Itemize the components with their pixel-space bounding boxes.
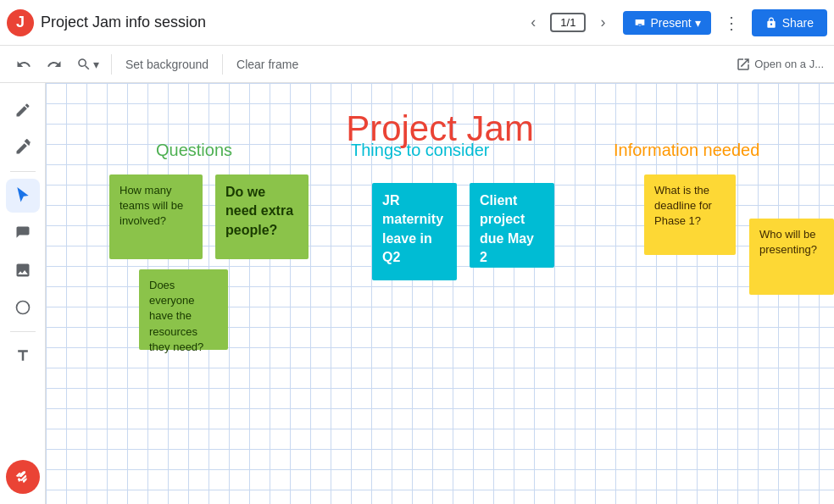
sticky-resources[interactable]: Does everyone have the resources they ne…	[139, 269, 228, 350]
redo-button[interactable]	[41, 51, 68, 78]
more-options-button[interactable]: ⋮	[718, 9, 745, 36]
document-title: Project Jam info session	[41, 14, 513, 31]
circle-icon	[14, 299, 31, 316]
sticky-deadline-phase1[interactable]: What is the deadline for Phase 1?	[644, 174, 736, 255]
app-logo: J	[7, 9, 34, 36]
redo-icon	[47, 57, 62, 72]
page-indicator: 1/1	[550, 13, 586, 32]
zoom-icon	[76, 57, 92, 72]
page-label: 1/1	[560, 16, 575, 29]
sticky-how-many-teams[interactable]: How many teams will be involved?	[109, 174, 203, 259]
text-icon	[14, 347, 31, 364]
sticky-client-project[interactable]: Client project due May 2	[470, 183, 554, 268]
note-tool-button[interactable]	[6, 216, 40, 250]
present-chevron: ▾	[695, 16, 701, 30]
circle-tool-button[interactable]	[6, 291, 40, 324]
sidebar-sep-2	[10, 331, 36, 332]
note-icon	[14, 224, 31, 241]
toolbar-divider-1	[111, 54, 112, 75]
rocket-button[interactable]	[6, 460, 40, 494]
present-button[interactable]: Present ▾	[623, 11, 710, 35]
svg-point-0	[16, 302, 29, 314]
select-tool-button[interactable]	[6, 179, 40, 213]
present-icon	[633, 16, 647, 30]
sidebar	[0, 83, 46, 504]
image-icon	[14, 262, 31, 279]
text-tool-button[interactable]	[6, 339, 40, 373]
canvas-outer: Project Jam Questions Things to consider…	[0, 83, 834, 504]
sidebar-sep-1	[10, 171, 36, 172]
clear-frame-button[interactable]: Clear frame	[230, 53, 305, 76]
things-heading: Things to consider	[351, 141, 489, 160]
next-page-button[interactable]: ›	[589, 9, 616, 36]
undo-button[interactable]	[10, 51, 37, 78]
canvas[interactable]: Project Jam Questions Things to consider…	[46, 83, 834, 504]
zoom-button[interactable]: ▾	[71, 53, 104, 75]
share-button[interactable]: Share	[752, 9, 827, 36]
undo-icon	[16, 57, 31, 72]
toolbar-right: Open on a J...	[736, 57, 824, 72]
marker-tool-button[interactable]	[6, 130, 40, 164]
open-on-button[interactable]: Open on a J...	[736, 57, 824, 72]
toolbar: ▾ Set background Clear frame Open on a J…	[0, 46, 834, 83]
questions-heading: Questions	[156, 141, 232, 160]
sticky-jr-maternity[interactable]: JR maternity leave in Q2	[372, 183, 457, 280]
page-nav: ‹ 1/1 ›	[520, 9, 616, 36]
topbar-right: Present ▾ ⋮ Share	[623, 9, 827, 36]
select-icon	[14, 187, 31, 204]
open-on-label: Open on a J...	[754, 58, 824, 70]
info-heading: Information needed	[614, 141, 759, 160]
zoom-chevron-icon: ▾	[93, 58, 99, 71]
open-on-icon	[736, 57, 751, 72]
pen-icon	[14, 102, 31, 119]
sticky-presenting[interactable]: Who will be presenting?	[749, 219, 834, 295]
marker-icon	[14, 139, 31, 156]
prev-page-button[interactable]: ‹	[520, 9, 547, 36]
image-tool-button[interactable]	[6, 253, 40, 287]
topbar: J Project Jam info session ‹ 1/1 › Prese…	[0, 0, 834, 46]
rocket-icon	[14, 468, 31, 485]
set-background-button[interactable]: Set background	[119, 53, 215, 76]
toolbar-divider-2	[222, 54, 223, 75]
pen-tool-button[interactable]	[6, 93, 40, 127]
sticky-extra-people[interactable]: Do we need extra people?	[215, 174, 309, 259]
lock-icon	[765, 17, 777, 29]
